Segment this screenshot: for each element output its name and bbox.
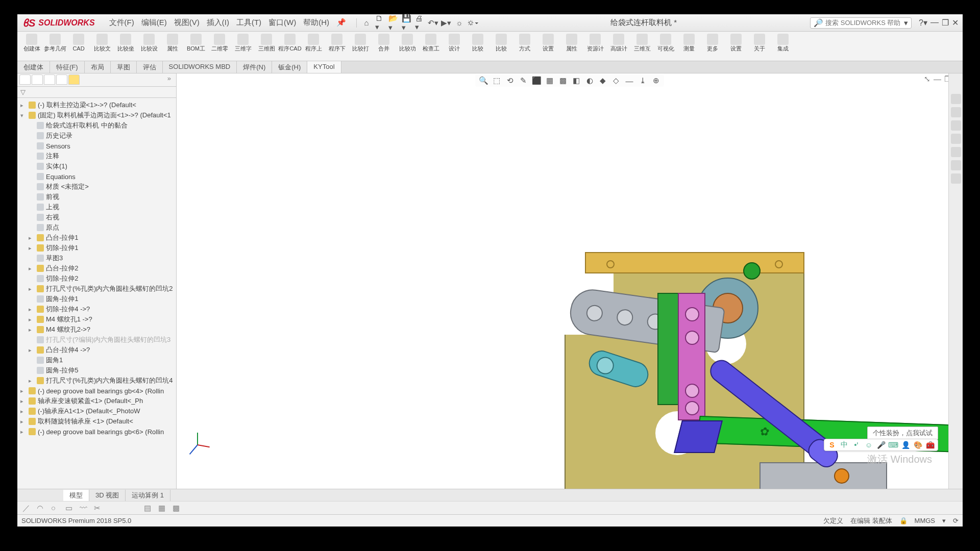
view-tool-5[interactable]: ▦	[545, 76, 555, 86]
minimize-icon[interactable]: —	[930, 18, 939, 28]
home-icon[interactable]: ⌂	[362, 18, 371, 28]
taskpane-view-palette-icon[interactable]	[951, 147, 961, 157]
tree-row[interactable]: 前视	[18, 192, 175, 202]
tree-row[interactable]: 给袋式连杆取料机 中的黏合	[18, 120, 175, 131]
tree-expander-icon[interactable]: ▸	[29, 265, 35, 272]
sk-arc-icon[interactable]: ◠	[37, 504, 46, 513]
ribbon-btn-12[interactable]: 程序上	[302, 34, 325, 52]
fm-tab-feature-tree[interactable]	[19, 74, 31, 85]
restore-icon[interactable]: ❐	[942, 18, 949, 28]
save-icon[interactable]: 💾▾	[402, 18, 411, 28]
ribbon-btn-11[interactable]: 程序CAD	[279, 34, 301, 52]
sogou-icon[interactable]: S	[827, 440, 837, 449]
ribbon-btn-31[interactable]: 关于	[748, 34, 771, 52]
taskpane-design-library-icon[interactable]	[951, 120, 961, 131]
tree-row[interactable]: Equations	[18, 171, 175, 182]
ribbon-btn-5[interactable]: 比较设	[138, 34, 160, 52]
ribbon-btn-30[interactable]: 设置	[725, 34, 747, 52]
view-tool-4[interactable]: ⬛	[531, 76, 542, 86]
ime-keyboard-icon[interactable]: ⌨	[889, 440, 898, 449]
taskpane-custom-props-icon[interactable]	[951, 173, 961, 184]
command-tab-2[interactable]: 布局	[85, 61, 111, 73]
tree-row[interactable]: ▸切除-拉伸1	[18, 243, 175, 253]
ime-lang-label[interactable]: 中	[840, 440, 849, 449]
feature-filter[interactable]: ▽	[17, 87, 176, 98]
tree-row[interactable]: ▸打孔尺寸(%孔类)内六角圆柱头螺钉的凹坑2	[18, 284, 175, 294]
ribbon-btn-4[interactable]: 比较坐	[114, 34, 137, 52]
graphics-viewport[interactable]: 🔍⬚⟲✎⬛▦▩◧◐◆◇—⤓⊕ ⤡ — ❐ ✕	[177, 73, 963, 489]
bottom-tab-2[interactable]: 运动算例 1	[126, 490, 170, 501]
tree-expander-icon[interactable]: ▾	[20, 112, 27, 119]
ribbon-btn-2[interactable]: CAD	[67, 34, 90, 52]
sk-rect-icon[interactable]: ▭	[65, 504, 75, 513]
ime-skin-icon[interactable]: 🎨	[913, 440, 922, 449]
vp-minimize-icon[interactable]: —	[934, 74, 941, 84]
ribbon-btn-17[interactable]: 检查工	[420, 34, 442, 52]
ribbon-btn-32[interactable]: 集成	[772, 34, 794, 52]
new-icon[interactable]: 🗋▾	[375, 18, 384, 28]
tree-row[interactable]: 原点	[18, 222, 175, 233]
orientation-triad[interactable]	[186, 423, 211, 449]
tree-row[interactable]: 材质 <未指定>	[18, 182, 175, 192]
view-tool-7[interactable]: ◧	[571, 76, 581, 86]
sk-circle-icon[interactable]: ○	[51, 504, 60, 513]
ime-punct-icon[interactable]: •ꞌ	[852, 440, 861, 449]
sk-spline-icon[interactable]: 〰	[80, 504, 89, 513]
tree-expander-icon[interactable]: ▸	[29, 316, 35, 323]
open-icon[interactable]: 📂▾	[388, 18, 398, 28]
command-tab-0[interactable]: 创建体	[17, 61, 50, 73]
fm-tab-dim[interactable]	[56, 74, 67, 85]
taskpane-resources-icon[interactable]	[951, 107, 961, 117]
bottom-tab-0[interactable]: 模型	[63, 490, 89, 501]
tree-expander-icon[interactable]: ▸	[29, 286, 35, 292]
taskpane-file-explorer-icon[interactable]	[951, 134, 961, 144]
status-refresh-icon[interactable]: ⟳	[953, 517, 959, 524]
tree-row[interactable]: 切除-拉伸2	[18, 273, 175, 284]
ribbon-btn-0[interactable]: 创建体	[20, 34, 43, 52]
view-tool-1[interactable]: ⬚	[492, 76, 502, 86]
search-dropdown-icon[interactable]: ▾	[904, 18, 908, 28]
tree-row[interactable]: 圆角1	[18, 355, 175, 365]
tree-row[interactable]: ▸轴承座变速锁紧盖<1> (Default<_Ph	[18, 396, 175, 406]
ribbon-btn-14[interactable]: 比较打	[349, 34, 372, 52]
tree-expander-icon[interactable]: ▸	[29, 306, 35, 313]
view-tool-12[interactable]: ⤓	[638, 76, 648, 86]
tree-expander-icon[interactable]: ▸	[29, 327, 35, 333]
taskpane-appearances-icon[interactable]	[951, 160, 961, 170]
menu-view[interactable]: 视图(V)	[174, 18, 200, 28]
fm-tab-property-manager[interactable]	[32, 74, 43, 85]
sk-line-icon[interactable]: ／	[22, 504, 32, 513]
ime-toolbar[interactable]: S 中 •ꞌ ☺ 🎤 ⌨ 👤 🎨 🧰	[824, 439, 938, 451]
tree-expander-icon[interactable]: ▸	[29, 347, 35, 354]
ribbon-btn-3[interactable]: 比较文	[91, 34, 113, 52]
tree-row[interactable]: ▸(-) 取料主控边梁<1>->? (Default<	[18, 100, 175, 110]
settings-icon[interactable]: ⛭▾	[468, 18, 477, 28]
command-tab-8[interactable]: KYTool	[307, 61, 341, 73]
ime-smile-icon[interactable]: ☺	[864, 440, 873, 449]
tree-row[interactable]: 打孔尺寸(?编辑)内六角圆柱头螺钉的凹坑3	[18, 335, 175, 345]
view-tool-13[interactable]: ⊕	[651, 76, 661, 86]
command-tab-5[interactable]: SOLIDWORKS MBD	[163, 61, 237, 73]
tree-expander-icon[interactable]: ▸	[20, 408, 27, 415]
vp-expand-icon[interactable]: ⤡	[924, 74, 930, 84]
command-tab-4[interactable]: 评估	[137, 61, 163, 73]
tree-row[interactable]: ▸切除-拉伸4 ->?	[18, 304, 175, 314]
tree-row[interactable]: ▸取料随旋转轴承座 <1> (Default<	[18, 416, 175, 427]
view-tool-11[interactable]: —	[624, 76, 634, 86]
ribbon-btn-6[interactable]: 属性	[161, 34, 184, 52]
bottom-tab-1[interactable]: 3D 视图	[89, 490, 126, 501]
print-icon[interactable]: 🖨▾	[415, 18, 424, 28]
tree-row[interactable]: ▸(-) deep groove ball bearings gb<6> (Ro…	[18, 427, 175, 437]
command-tab-6[interactable]: 焊件(N)	[237, 61, 272, 73]
ime-person-icon[interactable]: 👤	[901, 440, 910, 449]
sk-trim-icon[interactable]: ✂	[94, 504, 103, 513]
help-search-input[interactable]	[825, 19, 902, 27]
view-tool-0[interactable]: 🔍	[478, 76, 488, 86]
tree-expander-icon[interactable]: ▸	[29, 378, 35, 384]
fm-tab-display[interactable]	[68, 74, 80, 85]
ribbon-btn-24[interactable]: 资源计	[584, 34, 606, 52]
tree-expander-icon[interactable]: ▸	[20, 418, 27, 425]
tree-row[interactable]: 注释	[18, 151, 175, 161]
ribbon-btn-27[interactable]: 可视化	[654, 34, 677, 52]
tree-row[interactable]: ▸(-)轴承座A1<1> (Default<_PhotoW	[18, 406, 175, 416]
